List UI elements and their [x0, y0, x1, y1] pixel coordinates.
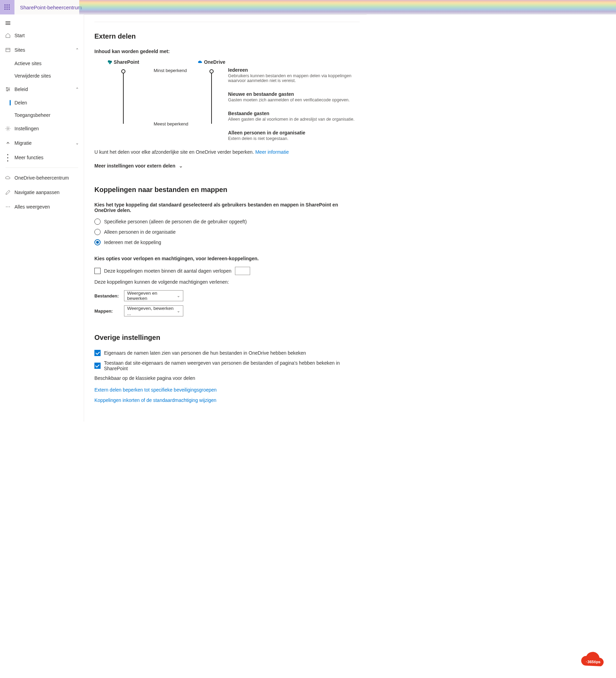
- level-existing-guests-sub: Alleen gasten die al voorkomen in de adr…: [228, 117, 360, 122]
- nav-onedrive-admin[interactable]: OneDrive-beheercentrum: [0, 171, 84, 185]
- sharepoint-slider-handle[interactable]: [121, 69, 125, 73]
- nav-customize-label: Navigatie aanpassen: [14, 190, 79, 195]
- radio-org-only[interactable]: Alleen personen in de organisatie: [94, 229, 360, 235]
- permissions-intro: Deze koppelingen kunnen de volgende mach…: [94, 279, 360, 285]
- nav-more-features[interactable]: ●●● Meer functies: [0, 150, 84, 165]
- links-description: Kies het type koppeling dat standaard ge…: [94, 202, 360, 213]
- checkbox-expire-links-label: Deze koppelingen moeten binnen dit aanta…: [104, 268, 232, 274]
- nav-sites[interactable]: Sites ⌃: [0, 43, 84, 57]
- level-org-only-sub: Extern delen is niet toegestaan.: [228, 136, 360, 141]
- level-org-only-title: Alleen personen in de organisatie: [228, 130, 360, 135]
- rainbow-decoration: [79, 0, 616, 14]
- restriction-note: U kunt het delen voor elke afzonderlijke…: [94, 149, 360, 155]
- nav-customize[interactable]: Navigatie aanpassen: [0, 185, 84, 200]
- link-shorten-links[interactable]: Koppelingen inkorten of de standaardmach…: [94, 397, 360, 403]
- svg-rect-0: [4, 4, 6, 6]
- nav-sharing[interactable]: Delen: [0, 97, 84, 109]
- svg-rect-5: [9, 7, 10, 8]
- policy-icon: [5, 86, 11, 92]
- more-external-settings-label: Meer instellingen voor extern delen: [94, 163, 175, 169]
- level-anyone-sub: Gebruikers kunnen bestanden en mappen de…: [228, 73, 360, 83]
- other-heading: Overige instellingen: [94, 334, 360, 342]
- files-perm-label: Bestanden:: [94, 293, 119, 298]
- nav-deleted-sites[interactable]: Verwijderde sites: [0, 70, 84, 82]
- most-restrictive-label: Meest beperkend: [154, 121, 195, 127]
- nav-migration-label: Migratie: [14, 140, 75, 146]
- nav-access[interactable]: Toegangsbeheer: [0, 109, 84, 121]
- more-external-settings-expander[interactable]: Meer instellingen voor extern delen ⌄: [94, 163, 360, 169]
- onedrive-label: OneDrive: [204, 59, 225, 65]
- nav-settings-label: Instellingen: [14, 126, 79, 131]
- folders-permission-dropdown[interactable]: Weergeven, bewerken ... ⌄: [124, 305, 183, 316]
- slider-endpoint-labels: Minst beperkend Meest beperkend: [154, 68, 195, 127]
- chevron-up-icon: ⌃: [75, 87, 79, 92]
- level-new-guests-title: Nieuwe en bestaande gasten: [228, 91, 360, 97]
- migration-icon: [5, 140, 11, 146]
- radio-org-only-input[interactable]: [94, 229, 101, 235]
- header-bar: SharePoint-beheercentrum: [0, 0, 616, 14]
- nav-policy-label: Beleid: [14, 87, 75, 92]
- svg-rect-1: [7, 4, 8, 6]
- sharepoint-label: SharePoint: [114, 59, 139, 65]
- chevron-down-icon: ⌄: [177, 308, 180, 313]
- files-permission-dropdown[interactable]: Weergeven en bewerken ⌄: [124, 290, 183, 301]
- folders-perm-label: Mappen:: [94, 308, 119, 314]
- classic-page-note: Beschikbaar op de klassieke pagina voor …: [94, 375, 360, 381]
- svg-rect-3: [4, 7, 6, 8]
- nav-onedrive-admin-label: OneDrive-beheercentrum: [14, 175, 79, 181]
- checkbox-owners-sharepoint-label: Toestaan dat site-eigenaars de namen wee…: [104, 360, 360, 371]
- expire-days-input[interactable]: [235, 267, 250, 275]
- radio-specific-people[interactable]: Specifieke personen (alleen de personen …: [94, 219, 360, 225]
- checkbox-expire-links[interactable]: [94, 268, 101, 274]
- nav-home[interactable]: Start: [0, 28, 84, 43]
- radio-anyone-link[interactable]: Iedereen met de koppeling: [94, 239, 360, 245]
- link-restrict-groups[interactable]: Extern delen beperken tot specifieke bev…: [94, 387, 360, 393]
- chevron-up-icon: ⌃: [75, 48, 79, 52]
- svg-rect-6: [4, 9, 6, 10]
- nav-sharing-label: Delen: [14, 100, 27, 105]
- level-existing-guests-title: Bestaande gasten: [228, 111, 360, 116]
- level-new-guests: Nieuwe en bestaande gasten Gasten moeten…: [228, 91, 360, 102]
- nav-sites-label: Sites: [14, 47, 75, 53]
- svg-rect-8: [9, 9, 10, 10]
- nav-active-sites[interactable]: Actieve sites: [0, 57, 84, 70]
- nav-show-all-label: Alles weergeven: [14, 204, 79, 210]
- level-existing-guests: Bestaande gasten Alleen gasten die al vo…: [228, 111, 360, 122]
- svg-rect-4: [7, 7, 8, 8]
- chevron-down-icon: ⌄: [179, 163, 183, 169]
- files-permission-value: Weergeven en bewerken: [127, 291, 177, 301]
- external-sharing-heading: Extern delen: [94, 32, 360, 40]
- level-org-only: Alleen personen in de organisatie Extern…: [228, 130, 360, 141]
- sharepoint-slider-column: SharePoint: [96, 58, 151, 127]
- nav-migration[interactable]: Migratie ⌄: [0, 136, 84, 150]
- checkbox-owners-onedrive-label: Eigenaars de namen laten zien van person…: [104, 350, 306, 356]
- radio-org-only-label: Alleen personen in de organisatie: [104, 229, 176, 235]
- app-launcher-button[interactable]: [0, 0, 14, 14]
- nav-show-all[interactable]: ⋯ Alles weergeven: [0, 200, 84, 214]
- checkbox-owners-onedrive[interactable]: [94, 350, 101, 356]
- checkbox-owners-sharepoint[interactable]: [94, 363, 101, 369]
- radio-anyone-link-label: Iedereen met de koppeling: [104, 240, 161, 245]
- section-divider: [94, 22, 360, 22]
- level-anyone: Iedereen Gebruikers kunnen bestanden en …: [228, 67, 360, 83]
- onedrive-slider-column: OneDrive: [198, 58, 225, 127]
- onedrive-slider-handle[interactable]: [209, 69, 214, 73]
- sharepoint-icon: [107, 60, 112, 64]
- svg-rect-7: [7, 9, 8, 10]
- folders-permission-value: Weergeven, bewerken ...: [127, 306, 177, 316]
- expire-heading: Kies opties voor verlopen en machtiginge…: [94, 256, 360, 261]
- hamburger-button[interactable]: [0, 18, 84, 28]
- nav-settings[interactable]: Instellingen: [0, 121, 84, 136]
- nav-more-features-label: Meer functies: [14, 155, 79, 160]
- gear-icon: [5, 125, 11, 132]
- app-title: SharePoint-beheercentrum: [14, 4, 88, 10]
- links-heading: Koppelingen naar bestanden en mappen: [94, 186, 360, 194]
- more-info-link[interactable]: Meer informatie: [255, 149, 289, 155]
- level-anyone-title: Iedereen: [228, 67, 360, 73]
- nav-access-label: Toegangsbeheer: [14, 112, 50, 118]
- radio-anyone-link-input[interactable]: [94, 239, 101, 245]
- nav-policy[interactable]: Beleid ⌃: [0, 82, 84, 97]
- svg-rect-9: [6, 48, 10, 52]
- radio-specific-people-input[interactable]: [94, 219, 101, 225]
- home-icon: [5, 32, 11, 39]
